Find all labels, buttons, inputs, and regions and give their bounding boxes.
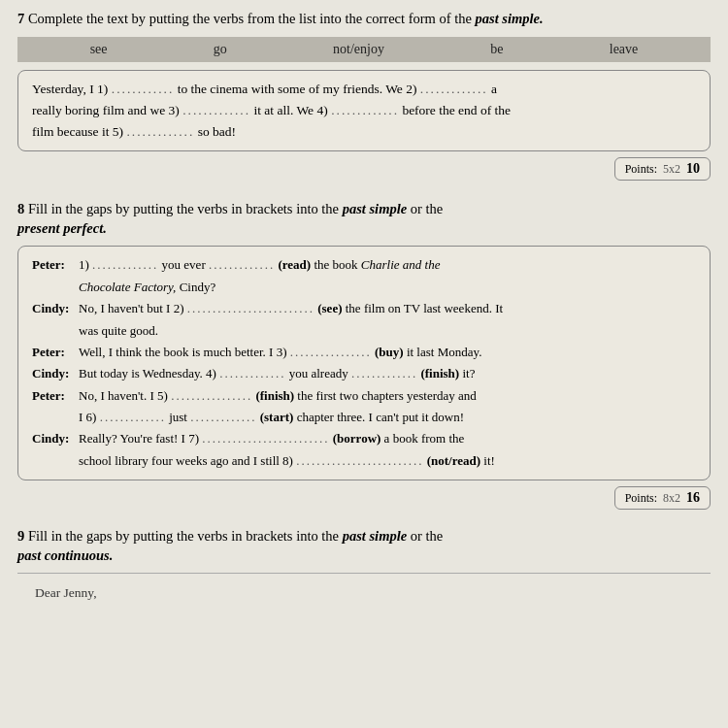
dots-4: ............. [331, 103, 399, 117]
exercise-8-points-box: Points: 8x2 16 [17, 486, 711, 510]
dialog-row-6: Cindy: Really? You're fast! I 7) .......… [32, 428, 696, 449]
exercise-9-italic1: past simple [343, 528, 407, 544]
speaker-peter-2: Peter: [32, 342, 75, 363]
exercise-8-italic1: past simple [343, 201, 407, 216]
exercise-9-number: 9 [17, 528, 24, 544]
dialog-row-1: Peter: 1) ............. you ever .......… [32, 254, 696, 276]
dialog-content-4: But today is Wednesday. 4) .............… [79, 363, 696, 384]
exercise-9-title-line2: past continuous. [17, 547, 113, 563]
dots-1: ............ [112, 82, 175, 96]
exercise-9-italic2: past continuous. [17, 547, 113, 563]
exercise-9-divider [17, 573, 711, 574]
dialog-content-1b: Chocolate Factory, Cindy? [79, 277, 696, 298]
exercise-8-points-label: Points: [625, 491, 657, 506]
page: 7 Complete the text by putting the verbs… [0, 0, 728, 728]
exercise-7-title-text: Complete the text by putting the verbs f… [28, 11, 544, 26]
exercise-8-points: Points: 8x2 16 [614, 486, 711, 510]
exercise-7-points-calc: 5x2 [663, 162, 680, 177]
dialog-row-4: Cindy: But today is Wednesday. 4) ......… [32, 363, 696, 384]
dialog-content-5b: I 6) ............. just ............. (s… [79, 407, 696, 428]
exercise-7-line3: film because it 5) ............. so bad! [32, 121, 696, 143]
verb-go: go [214, 42, 227, 57]
verb-leave: leave [610, 42, 639, 57]
verb-list: see go not/enjoy be leave [17, 37, 711, 62]
dialog-row-6b: school library four weeks ago and I stil… [32, 450, 696, 472]
dialog-content-5: No, I haven't. I 5) ................ (fi… [79, 385, 696, 407]
dialog-content-2b: was quite good. [79, 320, 696, 342]
dialog-content-3: Well, I think the book is much better. I… [79, 342, 696, 363]
dialog-content-6: Really? You're fast! I 7) ..............… [79, 428, 696, 449]
speaker-empty-1 [32, 277, 75, 298]
dots-3: ............. [182, 103, 250, 117]
speaker-empty-5 [32, 407, 75, 428]
exercise-7-box: Yesterday, I 1) ............ to the cine… [17, 70, 711, 152]
speaker-peter-3: Peter: [32, 385, 75, 407]
exercise-8: 8 Fill in the gaps by putting the verbs … [0, 190, 728, 519]
speaker-cindy-2: Cindy: [32, 363, 75, 384]
exercise-7-points-box: Points: 5x2 10 [17, 157, 711, 181]
speaker-peter-1: Peter: [32, 254, 75, 276]
verb-notenjoy: not/enjoy [333, 42, 384, 57]
dialog-content-6b: school library four weeks ago and I stil… [79, 450, 696, 472]
dialog-row-2b: was quite good. [32, 320, 696, 342]
exercise-7-line2: really boring film and we 3) ...........… [32, 100, 696, 121]
exercise-8-title: 8 Fill in the gaps by putting the verbs … [17, 200, 711, 238]
dots-2: ............. [420, 82, 488, 96]
exercise-7: 7 Complete the text by putting the verbs… [0, 0, 728, 190]
verb-be: be [490, 42, 503, 57]
dialog-content-1: 1) ............. you ever ............. … [79, 254, 696, 276]
dialog-row-3: Peter: Well, I think the book is much be… [32, 342, 696, 363]
exercise-9-title-text: Fill in the gaps by putting the verbs in… [28, 528, 443, 544]
speaker-cindy-1: Cindy: [32, 298, 75, 319]
exercise-9-title: 9 Fill in the gaps by putting the verbs … [17, 527, 711, 565]
exercise-8-italic2: present perfect. [17, 220, 107, 236]
exercise-7-number: 7 [17, 11, 24, 26]
exercise-8-number: 8 [17, 201, 24, 216]
exercise-7-title: 7 Complete the text by putting the verbs… [17, 10, 711, 29]
exercise-8-box: Peter: 1) ............. you ever .......… [17, 246, 711, 480]
exercise-8-title-line2: present perfect. [17, 220, 107, 236]
dialog-row-1b: Chocolate Factory, Cindy? [32, 277, 696, 298]
exercise-7-points-label: Points: [625, 162, 657, 177]
exercise-9-footer: Dear Jenny, [17, 581, 711, 605]
exercise-7-line1: Yesterday, I 1) ............ to the cine… [32, 79, 696, 100]
speaker-empty-2 [32, 320, 75, 342]
exercise-7-italic: past simple. [476, 11, 544, 26]
exercise-8-points-total: 16 [686, 490, 700, 506]
speaker-cindy-3: Cindy: [32, 428, 75, 449]
exercise-8-title-text: Fill in the gaps by putting the verbs in… [28, 201, 443, 216]
verb-see: see [90, 42, 108, 57]
speaker-empty-6 [32, 450, 75, 472]
exercise-7-points-total: 10 [686, 161, 700, 177]
exercise-9: 9 Fill in the gaps by putting the verbs … [0, 519, 728, 609]
dialog-content-2: No, I haven't but I 2) .................… [79, 298, 696, 319]
dialog-row-2: Cindy: No, I haven't but I 2) ..........… [32, 298, 696, 319]
dots-5: ............. [126, 124, 194, 139]
dialog-row-5: Peter: No, I haven't. I 5) .............… [32, 385, 696, 407]
exercise-7-points: Points: 5x2 10 [614, 157, 711, 181]
exercise-8-points-calc: 8x2 [663, 491, 680, 506]
dialog-row-5b: I 6) ............. just ............. (s… [32, 407, 696, 428]
